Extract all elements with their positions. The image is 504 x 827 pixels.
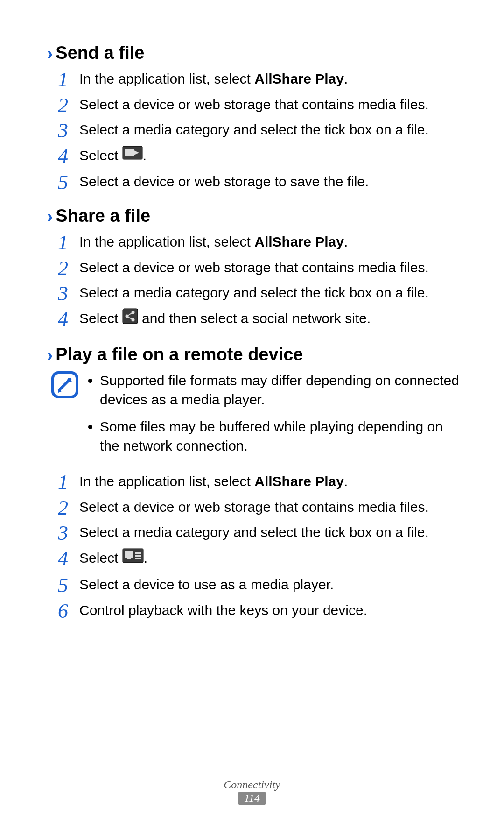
- step-item: Select a media category and select the t…: [47, 523, 462, 542]
- step-item: Select a device or web storage that cont…: [47, 258, 462, 277]
- step-text: In the application list, select: [79, 234, 254, 249]
- step-text: Select a device or web storage that cont…: [79, 499, 429, 515]
- note-icon: [51, 371, 78, 400]
- step-item: Select .: [47, 549, 462, 569]
- step-text: Select a device or web storage that cont…: [79, 260, 429, 275]
- footer-chapter: Connectivity: [0, 778, 504, 791]
- step-item: Select a device to use as a media player…: [47, 575, 462, 594]
- section-title: Play a file on a remote device: [56, 345, 303, 365]
- step-item: Select a media category and select the t…: [47, 120, 462, 140]
- step-text: Select a device or web storage that cont…: [79, 97, 429, 112]
- step-text: .: [344, 71, 348, 86]
- footer-page-number: 114: [238, 792, 266, 805]
- step-text: .: [143, 148, 147, 163]
- chevron-right-icon: ›: [47, 345, 53, 366]
- step-text: .: [344, 474, 348, 489]
- step-item: In the application list, select AllShare…: [47, 70, 462, 89]
- remote-play-icon: [122, 548, 144, 568]
- step-bold: AllShare Play: [254, 71, 344, 86]
- step-item: Select and then select a social network …: [47, 309, 462, 330]
- step-bold: AllShare Play: [254, 474, 344, 489]
- page-footer: Connectivity 114: [0, 778, 504, 805]
- steps-list-send: In the application list, select AllShare…: [47, 70, 462, 191]
- note-list: Supported file formats may differ depend…: [88, 369, 462, 464]
- step-text: Select: [79, 148, 122, 163]
- section-title: Send a file: [56, 43, 144, 63]
- manual-page: › Send a file In the application list, s…: [0, 0, 504, 827]
- send-to-icon: [122, 146, 143, 165]
- step-bold: AllShare Play: [254, 234, 344, 249]
- step-text: In the application list, select: [79, 474, 254, 489]
- section-heading-send-a-file: › Send a file: [47, 42, 462, 63]
- steps-list-share: In the application list, select AllShare…: [47, 233, 462, 330]
- svg-rect-11: [127, 558, 131, 559]
- step-text: Control playback with the keys on your d…: [79, 602, 367, 618]
- step-text: In the application list, select: [79, 71, 254, 86]
- step-text: .: [144, 550, 147, 565]
- step-text: Select: [79, 550, 122, 565]
- step-text: .: [344, 234, 348, 249]
- section-heading-share-a-file: › Share a file: [47, 205, 462, 226]
- svg-rect-12: [135, 552, 141, 554]
- step-text: Select a media category and select the t…: [79, 122, 429, 137]
- step-text: Select a device to use as a media player…: [79, 577, 334, 592]
- note-item: Some files may be buffered while playing…: [100, 417, 462, 455]
- svg-rect-10: [125, 551, 133, 558]
- step-text: Select a media category and select the t…: [79, 524, 429, 540]
- step-text: Select a device or web storage to save t…: [79, 174, 369, 189]
- svg-rect-2: [123, 309, 138, 324]
- section-title: Share a file: [56, 206, 150, 226]
- chevron-right-icon: ›: [47, 43, 53, 64]
- note-item: Supported file formats may differ depend…: [100, 371, 462, 409]
- svg-rect-14: [135, 558, 141, 559]
- note-block: Supported file formats may differ depend…: [47, 369, 462, 464]
- step-item: In the application list, select AllShare…: [47, 472, 462, 491]
- step-text: and then select a social network site.: [138, 311, 371, 326]
- step-item: Select a device or web storage to save t…: [47, 172, 462, 191]
- step-item: Select a device or web storage that cont…: [47, 498, 462, 517]
- svg-rect-1: [125, 149, 134, 156]
- step-item: Control playback with the keys on your d…: [47, 601, 462, 620]
- step-item: Select a media category and select the t…: [47, 283, 462, 303]
- chevron-right-icon: ›: [47, 206, 53, 227]
- share-icon: [122, 308, 138, 329]
- step-item: Select .: [47, 146, 462, 166]
- step-item: Select a device or web storage that cont…: [47, 95, 462, 114]
- section-heading-play-remote: › Play a file on a remote device: [47, 344, 462, 365]
- step-text: Select: [79, 311, 122, 326]
- svg-rect-13: [135, 555, 141, 557]
- step-item: In the application list, select AllShare…: [47, 233, 462, 252]
- steps-list-play-remote: In the application list, select AllShare…: [47, 472, 462, 620]
- step-text: Select a media category and select the t…: [79, 285, 429, 300]
